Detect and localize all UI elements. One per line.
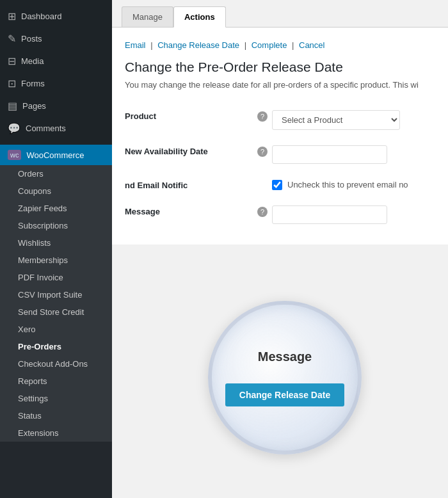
message-input-cell bbox=[272, 198, 435, 232]
availability-date-input[interactable] bbox=[272, 145, 387, 164]
email-notif-help-cell bbox=[253, 172, 272, 198]
sidebar-submenu-subscriptions[interactable]: Subscriptions bbox=[0, 217, 112, 234]
content-area: Email | Change Release Date | Complete |… bbox=[112, 28, 448, 245]
breadcrumb-email[interactable]: Email bbox=[125, 40, 146, 50]
sidebar-item-dashboard[interactable]: ⊞ Dashboard bbox=[0, 5, 112, 28]
product-select[interactable]: Select a Product bbox=[272, 110, 400, 130]
sidebar-item-pages[interactable]: ▤ Pages bbox=[0, 95, 112, 117]
product-row: Product ? Select a Product bbox=[125, 102, 435, 138]
media-icon: ⊟ bbox=[8, 55, 16, 67]
product-label: Product bbox=[125, 102, 253, 138]
sidebar-item-posts[interactable]: ✎ Posts bbox=[0, 28, 112, 50]
email-notif-checkbox-row: Uncheck this to prevent email no bbox=[272, 180, 435, 190]
message-label-cell: Message bbox=[125, 198, 253, 232]
sidebar-submenu-pre-orders[interactable]: Pre-Orders bbox=[0, 338, 112, 355]
form-wrapper: Product ? Select a Product New Availabil… bbox=[125, 102, 435, 232]
sidebar-item-label: Forms bbox=[21, 79, 45, 88]
sidebar-submenu-extensions[interactable]: Extensions bbox=[0, 424, 112, 442]
message-help-icon[interactable]: ? bbox=[257, 207, 268, 217]
comments-icon: 💬 bbox=[8, 122, 20, 134]
breadcrumb-cancel[interactable]: Cancel bbox=[299, 40, 324, 50]
breadcrumb: Email | Change Release Date | Complete |… bbox=[125, 40, 435, 50]
page-title: Change the Pre-Order Release Date bbox=[125, 60, 435, 75]
email-notif-label: nd Email Notific bbox=[125, 172, 253, 198]
message-input[interactable] bbox=[272, 205, 387, 224]
product-input-cell: Select a Product bbox=[272, 102, 435, 138]
breadcrumb-complete[interactable]: Complete bbox=[252, 40, 287, 50]
sidebar-submenu-memberships[interactable]: Memberships bbox=[0, 252, 112, 269]
product-help-cell: ? bbox=[253, 102, 272, 138]
email-notif-checkbox-label: Uncheck this to prevent email no bbox=[287, 180, 408, 189]
tab-actions[interactable]: Actions bbox=[173, 6, 226, 28]
circle-overlay: Message Change Release Date bbox=[208, 301, 362, 454]
page-description: You may change the release date for all … bbox=[125, 80, 435, 90]
availability-help-icon[interactable]: ? bbox=[257, 147, 268, 157]
availability-help-cell: ? bbox=[253, 138, 272, 172]
sidebar-submenu-coupons[interactable]: Coupons bbox=[0, 182, 112, 200]
sidebar-submenu-wishlists[interactable]: Wishlists bbox=[0, 234, 112, 252]
sidebar-submenu-zapier[interactable]: Zapier Feeds bbox=[0, 200, 112, 217]
sidebar-submenu-orders[interactable]: Orders bbox=[0, 165, 112, 182]
breadcrumb-change-release-date[interactable]: Change Release Date bbox=[157, 40, 239, 50]
sidebar-submenu-settings[interactable]: Settings bbox=[0, 390, 112, 407]
email-notif-row: nd Email Notific Uncheck this to prevent… bbox=[125, 172, 435, 198]
email-notif-input-cell: Uncheck this to prevent email no bbox=[272, 172, 435, 198]
pages-icon: ▤ bbox=[8, 100, 17, 112]
sidebar-submenu-checkout-addons[interactable]: Checkout Add-Ons bbox=[0, 355, 112, 373]
sidebar-submenu: Orders Coupons Zapier Feeds Subscription… bbox=[0, 165, 112, 442]
sidebar-submenu-send-store-credit[interactable]: Send Store Credit bbox=[0, 303, 112, 321]
sidebar-item-label: Posts bbox=[21, 34, 42, 44]
email-notif-checkbox[interactable] bbox=[272, 180, 282, 190]
form-table: Product ? Select a Product New Availabil… bbox=[125, 102, 435, 232]
tabs-bar: Manage Actions bbox=[112, 0, 448, 28]
change-release-date-button[interactable]: Change Release Date bbox=[225, 383, 344, 406]
posts-icon: ✎ bbox=[8, 33, 16, 45]
sidebar-submenu-status[interactable]: Status bbox=[0, 407, 112, 424]
sidebar-top: ⊞ Dashboard ✎ Posts ⊟ Media ⊡ Forms ▤ Pa… bbox=[0, 0, 112, 145]
sidebar-submenu-pdf-invoice[interactable]: PDF Invoice bbox=[0, 269, 112, 286]
product-help-icon[interactable]: ? bbox=[257, 111, 268, 122]
sidebar-item-woocommerce[interactable]: wc WooCommerce bbox=[0, 145, 112, 165]
sidebar: ⊞ Dashboard ✎ Posts ⊟ Media ⊡ Forms ▤ Pa… bbox=[0, 0, 112, 498]
sidebar-item-label: Comments bbox=[26, 124, 66, 133]
sidebar-submenu-xero[interactable]: Xero bbox=[0, 321, 112, 338]
tab-manage[interactable]: Manage bbox=[122, 6, 173, 27]
breadcrumb-sep1: | bbox=[150, 40, 152, 50]
breadcrumb-sep3: | bbox=[292, 40, 294, 50]
forms-icon: ⊡ bbox=[8, 77, 16, 90]
availability-date-row: New Availability Date ? bbox=[125, 138, 435, 172]
sidebar-item-forms[interactable]: ⊡ Forms bbox=[0, 72, 112, 95]
sidebar-item-comments[interactable]: 💬 Comments bbox=[0, 117, 112, 140]
message-row: Message ? bbox=[125, 198, 435, 232]
dashboard-icon: ⊞ bbox=[8, 10, 16, 22]
availability-date-input-cell bbox=[272, 138, 435, 172]
sidebar-item-label: Pages bbox=[22, 101, 46, 111]
woocommerce-icon: wc bbox=[8, 150, 21, 160]
sidebar-item-label: Dashboard bbox=[21, 12, 62, 21]
sidebar-woocommerce-label: WooCommerce bbox=[26, 150, 84, 160]
breadcrumb-sep2: | bbox=[244, 40, 246, 50]
sidebar-item-media[interactable]: ⊟ Media bbox=[0, 50, 112, 72]
sidebar-item-label: Media bbox=[21, 56, 44, 66]
availability-date-label: New Availability Date bbox=[125, 138, 253, 172]
message-help-cell: ? bbox=[253, 198, 272, 232]
main-content: Manage Actions Email | Change Release Da… bbox=[112, 0, 448, 498]
sidebar-submenu-csv-import[interactable]: CSV Import Suite bbox=[0, 286, 112, 303]
circle-message-label: Message bbox=[258, 349, 312, 364]
sidebar-submenu-reports[interactable]: Reports bbox=[0, 373, 112, 390]
